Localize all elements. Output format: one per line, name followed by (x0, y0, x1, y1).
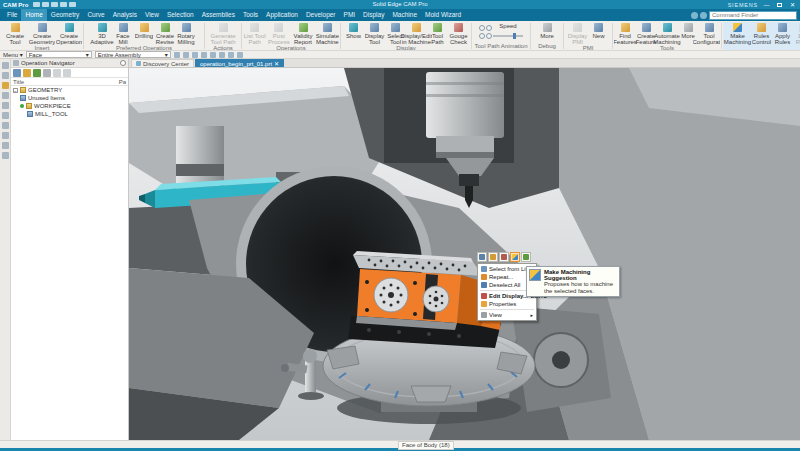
play-backward-icon[interactable] (479, 25, 485, 31)
machine-3d-view[interactable] (129, 68, 800, 440)
automate-machining-button[interactable]: Automate Machining (657, 23, 677, 45)
menu-item-view[interactable]: View▸ (478, 311, 536, 319)
tree-item-unused-items[interactable]: Unused Items (11, 94, 128, 102)
list-tool-path-button[interactable]: List Tool Path (243, 23, 266, 45)
assembly-navigator-icon[interactable] (2, 62, 9, 69)
adaptive-roughing-button[interactable]: 3D Adaptive Roughing (92, 23, 112, 45)
expander-icon[interactable]: − (13, 88, 18, 93)
tab-curve[interactable]: Curve (83, 9, 108, 21)
tab-machine[interactable]: Machine (388, 9, 421, 21)
tree-item-mill-tool[interactable]: MILL_TOOL (11, 110, 128, 118)
simulate-machine-button[interactable]: Simulate Machine (316, 23, 339, 45)
roles-icon[interactable] (2, 152, 9, 159)
tool-path-report-button[interactable]: Tool Path Report (428, 23, 448, 45)
user-account-icon[interactable] (691, 12, 698, 19)
make-machining-suggestion-button[interactable]: Make Machining Suggestion (725, 23, 751, 45)
arc-center-icon[interactable] (219, 52, 225, 58)
column-path[interactable]: Pa (119, 79, 126, 85)
mid-point-icon[interactable] (192, 52, 198, 58)
list-icon[interactable] (521, 252, 531, 262)
reuse-library-icon[interactable] (2, 112, 9, 119)
debug-more-button[interactable]: More (537, 23, 557, 39)
tree-item-geometry[interactable]: − GEOMETRY (11, 86, 128, 94)
command-finder-input[interactable] (709, 11, 797, 20)
tree-item-workpiece[interactable]: WORKPIECE (11, 102, 128, 110)
menu-item-properties[interactable]: Properties (478, 300, 536, 308)
new-pmi-button[interactable]: New (589, 23, 609, 39)
column-title[interactable]: Title (13, 79, 24, 85)
end-point-icon[interactable] (183, 52, 189, 58)
tab-discovery-center[interactable]: Discovery Center (131, 59, 194, 67)
step-backward-icon[interactable] (486, 25, 492, 31)
selection-filter-combo[interactable]: Face▾ (26, 51, 92, 58)
intersection-point-icon[interactable] (210, 52, 216, 58)
history-icon[interactable] (2, 142, 9, 149)
window-icon[interactable] (60, 2, 67, 7)
gouge-check-button[interactable]: Gouge Check (449, 23, 469, 45)
tab-home[interactable]: Home (21, 9, 46, 21)
machining-method-view-icon[interactable] (43, 69, 51, 77)
create-tool-button[interactable]: Create Tool (2, 23, 28, 45)
menu-dropdown[interactable]: Menu ▾ (3, 51, 23, 58)
tab-assemblies[interactable]: Assemblies (198, 9, 239, 21)
rules-control-button[interactable]: Rules Control (752, 23, 772, 45)
slider-thumb[interactable] (513, 33, 516, 39)
display-tool-path-button[interactable]: Display Tool Path (365, 23, 385, 45)
edit-icon[interactable] (488, 252, 498, 262)
center-point-icon[interactable] (201, 52, 207, 58)
edit-rules-button[interactable]: Edit Rules (794, 23, 800, 45)
geometry-view-icon[interactable] (33, 69, 41, 77)
tab-geometry[interactable]: Geometry (47, 9, 84, 21)
pin-icon[interactable] (120, 60, 126, 66)
tab-mold-wizard[interactable]: Mold Wizard (421, 9, 465, 21)
close-button[interactable]: ✕ (788, 1, 797, 9)
tab-application[interactable]: Application (262, 9, 302, 21)
constraint-navigator-icon[interactable] (2, 72, 9, 79)
tab-selection[interactable]: Selection (163, 9, 198, 21)
post-process-button[interactable]: Post Process (267, 23, 290, 45)
create-operation-button[interactable]: Create Operation (56, 23, 82, 45)
tab-active-part[interactable]: operation_begin_prt_01.prt ✕ (195, 59, 284, 67)
program-order-view-icon[interactable] (13, 69, 21, 77)
tab-view[interactable]: View (141, 9, 163, 21)
face-mill-button[interactable]: Face Mill Zig-Zag (113, 23, 133, 45)
validity-report-button[interactable]: Validity Report (291, 23, 314, 45)
snap-point-icon[interactable] (174, 52, 180, 58)
maximize-button[interactable] (775, 1, 784, 9)
redo-icon[interactable] (51, 2, 58, 7)
minimize-button[interactable]: — (762, 1, 771, 9)
hd3d-tools-icon[interactable] (2, 122, 9, 129)
close-tab-icon[interactable]: ✕ (274, 60, 279, 67)
tab-tools[interactable]: Tools (239, 9, 262, 21)
rotary-milling-button[interactable]: Rotary Milling (176, 23, 196, 45)
existing-point-icon[interactable] (237, 52, 243, 58)
display-pmi-button[interactable]: Display PMI (568, 23, 588, 45)
play-forward-icon[interactable] (479, 33, 485, 39)
machine-tool-view-icon[interactable] (23, 69, 31, 77)
tab-analysis[interactable]: Analysis (109, 9, 141, 21)
step-forward-icon[interactable] (486, 33, 492, 39)
tool-configurator-button[interactable]: Tool Configurator (699, 23, 719, 45)
operation-navigator-icon[interactable] (2, 82, 9, 89)
delete-icon[interactable] (499, 252, 509, 262)
select-cursor-icon[interactable] (477, 252, 487, 262)
create-geometry-button[interactable]: Create Geometry (29, 23, 55, 45)
make-machining-suggestion-mini-icon[interactable] (510, 252, 520, 262)
animation-speed-slider[interactable] (493, 35, 523, 37)
tab-pmi[interactable]: PMI (340, 9, 360, 21)
tab-file[interactable]: File (3, 9, 21, 21)
display-edit-in-machine-button[interactable]: Display/Edit in Machine (407, 23, 427, 45)
help-icon[interactable] (700, 12, 707, 19)
part-navigator-icon[interactable] (2, 102, 9, 109)
customize-quick-access-icon[interactable] (69, 2, 76, 7)
find-features-button[interactable]: Find Features (615, 23, 635, 45)
find-icon[interactable] (53, 69, 61, 77)
apply-rules-button[interactable]: Apply Rules (773, 23, 793, 45)
save-icon[interactable] (33, 2, 40, 7)
show-button[interactable]: Show (344, 23, 364, 39)
tab-display[interactable]: Display (359, 9, 388, 21)
tab-developer[interactable]: Developer (302, 9, 340, 21)
create-revise-operation-button[interactable]: Create Revise Operation (155, 23, 175, 45)
web-browser-icon[interactable] (2, 132, 9, 139)
generate-tool-path-button[interactable]: Generate Tool Path (210, 23, 236, 45)
